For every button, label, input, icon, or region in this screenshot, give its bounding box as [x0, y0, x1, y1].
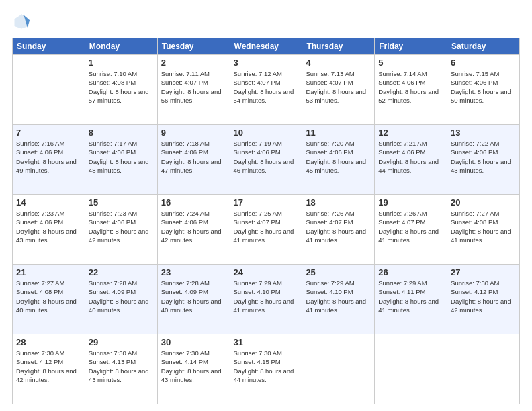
calendar-header-row: SundayMondayTuesdayWednesdayThursdayFrid…: [13, 38, 520, 55]
calendar-cell: [13, 55, 85, 125]
col-header-saturday: Saturday: [447, 38, 520, 55]
day-number: 16: [161, 197, 226, 208]
day-number: 28: [16, 337, 81, 347]
col-header-wednesday: Wednesday: [230, 38, 302, 55]
calendar-cell: [375, 334, 447, 404]
day-info: Sunrise: 7:28 AMSunset: 4:09 PMDaylight:…: [89, 279, 154, 314]
day-number: 1: [89, 58, 154, 68]
day-info: Sunrise: 7:16 AMSunset: 4:06 PMDaylight:…: [16, 139, 81, 175]
calendar-cell: 9Sunrise: 7:18 AMSunset: 4:06 PMDaylight…: [157, 125, 230, 195]
calendar-cell: 30Sunrise: 7:30 AMSunset: 4:14 PMDayligh…: [157, 334, 230, 404]
day-number: 22: [89, 267, 154, 277]
day-info: Sunrise: 7:12 AMSunset: 4:07 PMDaylight:…: [234, 69, 299, 105]
calendar-cell: 25Sunrise: 7:29 AMSunset: 4:10 PMDayligh…: [302, 265, 375, 334]
day-number: 21: [16, 267, 81, 277]
calendar-week-3: 14Sunrise: 7:23 AMSunset: 4:06 PMDayligh…: [13, 195, 520, 265]
day-info: Sunrise: 7:30 AMSunset: 4:12 PMDaylight:…: [16, 349, 81, 384]
day-number: 4: [306, 58, 371, 68]
day-number: 8: [89, 128, 154, 138]
calendar-cell: 20Sunrise: 7:27 AMSunset: 4:08 PMDayligh…: [447, 195, 520, 265]
calendar-cell: 26Sunrise: 7:29 AMSunset: 4:11 PMDayligh…: [375, 265, 447, 334]
day-info: Sunrise: 7:29 AMSunset: 4:11 PMDaylight:…: [378, 279, 443, 314]
day-number: 18: [306, 197, 371, 208]
day-info: Sunrise: 7:28 AMSunset: 4:09 PMDaylight:…: [161, 279, 226, 314]
calendar-week-5: 28Sunrise: 7:30 AMSunset: 4:12 PMDayligh…: [13, 334, 520, 404]
day-number: 29: [89, 337, 154, 347]
calendar-cell: 15Sunrise: 7:23 AMSunset: 4:06 PMDayligh…: [85, 195, 157, 265]
col-header-thursday: Thursday: [302, 38, 375, 55]
calendar-cell: 3Sunrise: 7:12 AMSunset: 4:07 PMDaylight…: [230, 55, 302, 125]
day-number: 5: [378, 58, 443, 68]
calendar-cell: 1Sunrise: 7:10 AMSunset: 4:08 PMDaylight…: [85, 55, 157, 125]
calendar-cell: 31Sunrise: 7:30 AMSunset: 4:15 PMDayligh…: [230, 334, 302, 404]
day-info: Sunrise: 7:15 AMSunset: 4:06 PMDaylight:…: [451, 69, 516, 105]
day-info: Sunrise: 7:23 AMSunset: 4:06 PMDaylight:…: [89, 209, 154, 244]
day-number: 11: [306, 128, 371, 138]
day-info: Sunrise: 7:30 AMSunset: 4:15 PMDaylight:…: [234, 349, 299, 384]
calendar-week-4: 21Sunrise: 7:27 AMSunset: 4:08 PMDayligh…: [13, 265, 520, 334]
day-info: Sunrise: 7:19 AMSunset: 4:06 PMDaylight:…: [234, 139, 299, 175]
day-info: Sunrise: 7:27 AMSunset: 4:08 PMDaylight:…: [16, 279, 81, 314]
day-number: 3: [234, 58, 299, 68]
calendar-cell: 10Sunrise: 7:19 AMSunset: 4:06 PMDayligh…: [230, 125, 302, 195]
day-number: 6: [451, 58, 516, 68]
day-info: Sunrise: 7:24 AMSunset: 4:06 PMDaylight:…: [161, 209, 226, 244]
day-info: Sunrise: 7:27 AMSunset: 4:08 PMDaylight:…: [451, 209, 516, 244]
day-info: Sunrise: 7:20 AMSunset: 4:06 PMDaylight:…: [306, 139, 371, 175]
calendar-cell: 18Sunrise: 7:26 AMSunset: 4:07 PMDayligh…: [302, 195, 375, 265]
calendar-week-1: 1Sunrise: 7:10 AMSunset: 4:08 PMDaylight…: [13, 55, 520, 125]
page: SundayMondayTuesdayWednesdayThursdayFrid…: [0, 0, 532, 411]
logo-icon: [12, 12, 31, 31]
header: [12, 12, 520, 31]
calendar-cell: 13Sunrise: 7:22 AMSunset: 4:06 PMDayligh…: [447, 125, 520, 195]
day-info: Sunrise: 7:30 AMSunset: 4:12 PMDaylight:…: [451, 279, 516, 314]
day-number: 25: [306, 267, 371, 277]
calendar-cell: [302, 334, 375, 404]
day-info: Sunrise: 7:11 AMSunset: 4:07 PMDaylight:…: [161, 69, 226, 105]
calendar-table: SundayMondayTuesdayWednesdayThursdayFrid…: [12, 38, 520, 404]
calendar-cell: 2Sunrise: 7:11 AMSunset: 4:07 PMDaylight…: [157, 55, 230, 125]
col-header-friday: Friday: [375, 38, 447, 55]
day-info: Sunrise: 7:23 AMSunset: 4:06 PMDaylight:…: [16, 209, 81, 244]
calendar-cell: 17Sunrise: 7:25 AMSunset: 4:07 PMDayligh…: [230, 195, 302, 265]
logo: [12, 12, 34, 31]
day-info: Sunrise: 7:30 AMSunset: 4:13 PMDaylight:…: [89, 349, 154, 384]
day-number: 27: [451, 267, 516, 277]
day-number: 14: [16, 197, 81, 208]
day-info: Sunrise: 7:22 AMSunset: 4:06 PMDaylight:…: [451, 139, 516, 175]
day-number: 9: [161, 128, 226, 138]
day-number: 31: [234, 337, 299, 347]
day-info: Sunrise: 7:30 AMSunset: 4:14 PMDaylight:…: [161, 349, 226, 384]
calendar-cell: 24Sunrise: 7:29 AMSunset: 4:10 PMDayligh…: [230, 265, 302, 334]
calendar-cell: 11Sunrise: 7:20 AMSunset: 4:06 PMDayligh…: [302, 125, 375, 195]
day-number: 10: [234, 128, 299, 138]
calendar-cell: 22Sunrise: 7:28 AMSunset: 4:09 PMDayligh…: [85, 265, 157, 334]
calendar-cell: 12Sunrise: 7:21 AMSunset: 4:06 PMDayligh…: [375, 125, 447, 195]
calendar-cell: 28Sunrise: 7:30 AMSunset: 4:12 PMDayligh…: [13, 334, 85, 404]
day-info: Sunrise: 7:26 AMSunset: 4:07 PMDaylight:…: [306, 209, 371, 244]
calendar-cell: 19Sunrise: 7:26 AMSunset: 4:07 PMDayligh…: [375, 195, 447, 265]
day-number: 7: [16, 128, 81, 138]
day-info: Sunrise: 7:29 AMSunset: 4:10 PMDaylight:…: [306, 279, 371, 314]
day-number: 2: [161, 58, 226, 68]
calendar-week-2: 7Sunrise: 7:16 AMSunset: 4:06 PMDaylight…: [13, 125, 520, 195]
calendar-cell: 6Sunrise: 7:15 AMSunset: 4:06 PMDaylight…: [447, 55, 520, 125]
calendar-cell: 14Sunrise: 7:23 AMSunset: 4:06 PMDayligh…: [13, 195, 85, 265]
day-number: 13: [451, 128, 516, 138]
day-info: Sunrise: 7:17 AMSunset: 4:06 PMDaylight:…: [89, 139, 154, 175]
day-number: 19: [378, 197, 443, 208]
day-info: Sunrise: 7:13 AMSunset: 4:07 PMDaylight:…: [306, 69, 371, 105]
day-info: Sunrise: 7:18 AMSunset: 4:06 PMDaylight:…: [161, 139, 226, 175]
calendar-cell: 4Sunrise: 7:13 AMSunset: 4:07 PMDaylight…: [302, 55, 375, 125]
calendar-cell: 5Sunrise: 7:14 AMSunset: 4:06 PMDaylight…: [375, 55, 447, 125]
day-number: 23: [161, 267, 226, 277]
calendar-cell: 27Sunrise: 7:30 AMSunset: 4:12 PMDayligh…: [447, 265, 520, 334]
day-info: Sunrise: 7:21 AMSunset: 4:06 PMDaylight:…: [378, 139, 443, 175]
calendar-cell: 23Sunrise: 7:28 AMSunset: 4:09 PMDayligh…: [157, 265, 230, 334]
col-header-sunday: Sunday: [13, 38, 85, 55]
day-number: 26: [378, 267, 443, 277]
calendar-cell: 21Sunrise: 7:27 AMSunset: 4:08 PMDayligh…: [13, 265, 85, 334]
day-number: 20: [451, 197, 516, 208]
day-number: 17: [234, 197, 299, 208]
calendar-cell: 7Sunrise: 7:16 AMSunset: 4:06 PMDaylight…: [13, 125, 85, 195]
